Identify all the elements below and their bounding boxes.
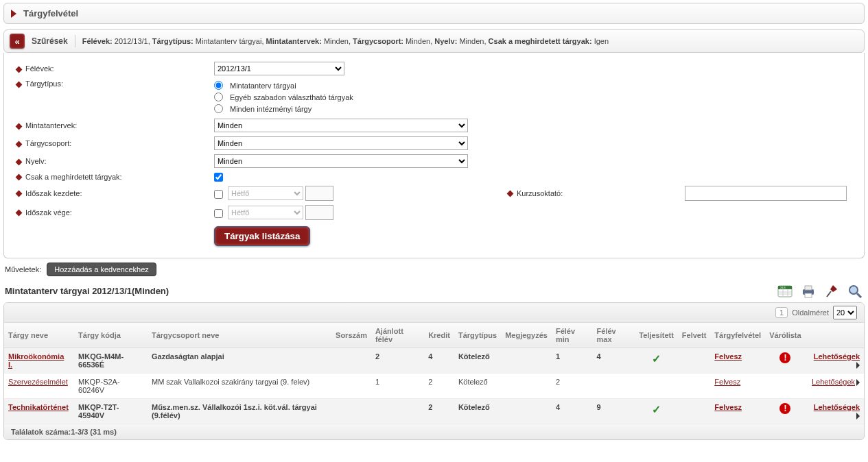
label-csak-meghirdetett: Csak a meghirdetett tárgyak: — [25, 173, 122, 181]
subject-link[interactable]: Szervezéselmélet — [8, 378, 68, 386]
cell-megj — [501, 398, 552, 424]
label-targytipus: Tárgytípus: — [25, 80, 63, 88]
col-header-12[interactable]: Tárgyfelvétel — [710, 323, 765, 348]
cell-kredit: 4 — [424, 348, 454, 373]
cell-teljesitett: ✓ — [635, 348, 678, 373]
radio-targytipus-label-0: Mintatanterv tárgyai — [230, 82, 296, 90]
select-nyelv[interactable]: Minden — [214, 154, 468, 168]
list-subjects-button[interactable]: Tárgyak listázása — [214, 226, 310, 246]
cell-ajanlott: 1 — [371, 373, 424, 398]
chevron-right-icon — [11, 10, 16, 18]
page-title: Tárgyfelvétel — [23, 8, 78, 19]
cell-group: Gazdaságtan alapjai — [148, 348, 331, 373]
felvesz-link[interactable]: Felvesz — [714, 403, 742, 411]
lehetosegek-link[interactable]: Lehetőségek — [814, 352, 860, 361]
col-header-9[interactable]: Félév max — [593, 323, 635, 348]
section-title: Mintatanterv tárgyai 2012/13/1(Minden) — [5, 286, 169, 296]
page-number[interactable]: 1 — [775, 307, 788, 318]
table-row: Technikatörténet MKQP-T2T-45940V Műsz.me… — [4, 398, 864, 424]
checkbox-csak-meghirdetett[interactable] — [214, 173, 223, 182]
label-mintatantervek: Mintatantervek: — [25, 121, 77, 130]
cell-fmax: 9 — [593, 398, 635, 424]
cell-code: MKQP-T2T-45940V — [74, 398, 148, 424]
filter-form: Félévek: 2012/13/1 Tárgytípus: Mintatant… — [3, 53, 865, 258]
radio-targytipus-label-1: Egyéb szabadon választható tárgyak — [230, 93, 353, 101]
select-day-end[interactable]: Hétfő — [228, 206, 303, 219]
svg-point-11 — [849, 286, 858, 294]
svg-line-10 — [827, 291, 831, 297]
check-icon: ✓ — [652, 353, 661, 365]
cell-code: MKQG-M4M-66536É — [74, 348, 148, 373]
checkbox-idoszak-kezdete[interactable] — [214, 190, 223, 199]
col-header-10[interactable]: Teljesített — [635, 323, 678, 348]
chevron-right-icon — [856, 413, 860, 420]
col-header-8[interactable]: Félév min — [552, 323, 593, 348]
col-header-2[interactable]: Tárgycsoport neve — [148, 323, 331, 348]
svg-line-12 — [857, 293, 861, 297]
col-header-6[interactable]: Tárgytípus — [454, 323, 501, 348]
input-time-end[interactable] — [305, 205, 333, 220]
select-page-size[interactable]: 20 — [833, 306, 857, 319]
lehetosegek-link[interactable]: Lehetőségek — [812, 378, 855, 386]
input-kurzusoktato[interactable] — [685, 186, 847, 201]
cell-teljesitett — [635, 373, 678, 398]
lehetosegek-link[interactable]: Lehetőségek — [814, 403, 860, 411]
felvesz-link[interactable]: Felvesz — [714, 352, 742, 361]
label-kurzusoktato: Kurzusoktató: — [517, 189, 563, 197]
checkbox-idoszak-vege[interactable] — [214, 209, 223, 218]
input-time-start[interactable] — [305, 186, 333, 201]
select-felevek[interactable]: 2012/13/1 — [214, 62, 344, 75]
label-targycsoport: Tárgycsoport: — [25, 139, 71, 147]
cell-sor — [331, 373, 371, 398]
col-header-4[interactable]: Ajánlott félév — [371, 323, 424, 348]
cell-megj — [501, 348, 552, 373]
pager-row: 1 Oldalméret 20 — [4, 303, 864, 323]
cell-fmin: 1 — [552, 348, 593, 373]
cell-tipus: Kötelező — [454, 348, 501, 373]
col-header-13[interactable]: Várólista — [765, 323, 805, 348]
export-xls-icon[interactable]: XLS — [777, 283, 793, 300]
filter-summary-text: Félévek: 2012/13/1, Tárgytípus: Mintatan… — [82, 37, 609, 45]
page-header: Tárgyfelvétel — [3, 3, 865, 24]
cell-group: Műsz.men.sz. Vállalkozói 1sz.i. köt.vál.… — [148, 398, 331, 424]
cell-felvett — [678, 373, 710, 398]
subject-link[interactable]: Mikroökonómia I. — [8, 352, 64, 369]
add-to-favorites-button[interactable]: Hozzáadás a kedvencekhez — [47, 263, 156, 276]
select-day-start[interactable]: Hétfő — [228, 186, 303, 200]
cell-fmin: 2 — [552, 373, 593, 398]
radio-targytipus-2[interactable] — [214, 104, 223, 113]
col-header-7[interactable]: Megjegyzés — [501, 323, 552, 348]
operations-row: Műveletek: Hozzáadás a kedvencekhez — [5, 263, 865, 276]
cell-ajanlott: 2 — [371, 348, 424, 373]
cell-felvett — [678, 348, 710, 373]
cell-tipus: Kötelező — [454, 398, 501, 424]
col-header-11[interactable]: Felvett — [678, 323, 710, 348]
pin-icon[interactable] — [823, 283, 840, 300]
collapse-filters-button[interactable]: « — [10, 34, 25, 49]
collapse-icon: « — [14, 37, 19, 46]
chevron-right-icon — [856, 379, 860, 386]
grid-footer: Találatok száma:1-3/3 (31 ms) — [4, 424, 864, 439]
print-icon[interactable] — [800, 283, 817, 300]
col-header-1[interactable]: Tárgy kódja — [74, 323, 148, 348]
col-header-5[interactable]: Kredit — [424, 323, 454, 348]
cell-sor — [331, 348, 371, 373]
select-targycsoport[interactable]: Minden — [214, 136, 468, 150]
felvesz-link[interactable]: Felvesz — [714, 378, 740, 386]
radio-targytipus-0[interactable] — [214, 81, 223, 90]
col-header-14[interactable] — [806, 323, 864, 348]
operations-label: Műveletek: — [5, 265, 41, 273]
label-nyelv: Nyelv: — [25, 157, 47, 165]
radio-targytipus-1[interactable] — [214, 93, 223, 101]
label-idoszak-vege: Időszak vége: — [25, 208, 72, 217]
filter-summary-bar: « Szűrések Félévek: 2012/13/1, Tárgytípu… — [3, 29, 865, 53]
cell-fmax — [593, 373, 635, 398]
col-header-0[interactable]: Tárgy neve — [4, 323, 74, 348]
subject-link[interactable]: Technikatörténet — [8, 403, 69, 411]
cell-kredit: 2 — [424, 398, 454, 424]
search-icon[interactable] — [847, 283, 863, 300]
label-idoszak-kezdete: Időszak kezdete: — [25, 189, 82, 197]
col-header-3[interactable]: Sorszám — [331, 323, 371, 348]
table-row: Szervezéselmélet MKQP-S2A-60246V MM szak… — [4, 373, 864, 398]
select-mintatantervek[interactable]: Minden — [214, 119, 468, 132]
